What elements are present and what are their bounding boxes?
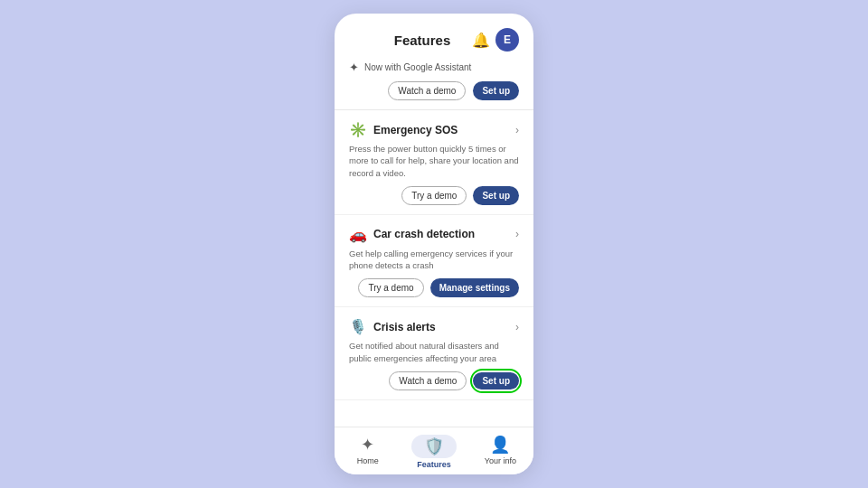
feature-header-crisis-alerts: 🎙️ Crisis alerts › [349, 318, 519, 335]
assistant-bar: ✦ Now with Google Assistant [335, 57, 533, 81]
bottom-nav: ✦ Home 🛡️ Features 👤 Your info [335, 427, 533, 474]
emergency-sos-setup-button[interactable]: Set up [473, 186, 519, 205]
bell-icon[interactable]: 🔔 [472, 32, 490, 49]
nav-label-features: Features [417, 460, 451, 469]
phone-card: Features 🔔 E ✦ Now with Google Assistant… [335, 14, 533, 474]
feature-header-car-crash: 🚗 Car crash detection › [349, 226, 519, 243]
crisis-alerts-title: Crisis alerts [373, 321, 436, 333]
home-icon: ✦ [361, 435, 374, 455]
avatar[interactable]: E [495, 28, 519, 52]
car-crash-icon: 🚗 [349, 226, 367, 243]
page-title: Features [373, 33, 472, 48]
features-icon: 🛡️ [424, 436, 444, 456]
crisis-alerts-actions: Watch a demo Set up [349, 371, 519, 390]
car-crash-title: Car crash detection [373, 228, 475, 240]
car-crash-try-demo-button[interactable]: Try a demo [358, 278, 423, 297]
nav-item-home[interactable]: ✦ Home [335, 435, 401, 469]
crisis-alerts-icon: 🎙️ [349, 318, 367, 335]
crisis-alerts-setup-button[interactable]: Set up [473, 372, 519, 389]
feature-card-emergency-sos: ✳️ Emergency SOS › Press the power butto… [335, 110, 533, 215]
feature-card-crisis-alerts: 🎙️ Crisis alerts › Get notified about na… [335, 307, 533, 400]
assistant-text: Now with Google Assistant [364, 62, 471, 72]
top-actions-row: Watch a demo Set up [335, 81, 533, 109]
app-header: Features 🔔 E [335, 14, 533, 57]
watch-demo-button-top[interactable]: Watch a demo [388, 81, 466, 100]
car-crash-chevron[interactable]: › [515, 228, 519, 240]
crisis-alerts-chevron[interactable]: › [515, 321, 519, 333]
emergency-sos-actions: Try a demo Set up [349, 186, 519, 205]
crisis-alerts-desc: Get notified about natural disasters and… [349, 340, 519, 364]
crisis-alerts-watch-demo-button[interactable]: Watch a demo [389, 371, 467, 390]
car-crash-actions: Try a demo Manage settings [349, 278, 519, 297]
emergency-sos-desc: Press the power button quickly 5 times o… [349, 143, 519, 179]
crisis-alerts-setup-highlight: Set up [473, 371, 519, 390]
your-info-icon: 👤 [490, 435, 510, 455]
car-crash-desc: Get help calling emergency services if y… [349, 248, 519, 272]
feature-card-car-crash: 🚗 Car crash detection › Get help calling… [335, 215, 533, 308]
features-nav-bg: 🛡️ [411, 435, 457, 458]
emergency-sos-chevron[interactable]: › [515, 124, 519, 136]
nav-label-your-info: Your info [485, 456, 516, 465]
assistant-icon: ✦ [349, 61, 359, 74]
setup-button-top[interactable]: Set up [473, 81, 519, 100]
emergency-sos-try-demo-button[interactable]: Try a demo [401, 186, 467, 205]
emergency-sos-title: Emergency SOS [373, 124, 458, 136]
car-crash-manage-button[interactable]: Manage settings [430, 278, 519, 297]
nav-item-features[interactable]: 🛡️ Features [401, 435, 467, 469]
header-icons: 🔔 E [472, 28, 519, 52]
nav-label-home: Home [357, 456, 379, 465]
nav-item-your-info[interactable]: 👤 Your info [467, 435, 533, 469]
features-scroll-area: ✳️ Emergency SOS › Press the power butto… [335, 110, 533, 427]
emergency-sos-icon: ✳️ [349, 121, 367, 138]
feature-header-emergency-sos: ✳️ Emergency SOS › [349, 121, 519, 138]
